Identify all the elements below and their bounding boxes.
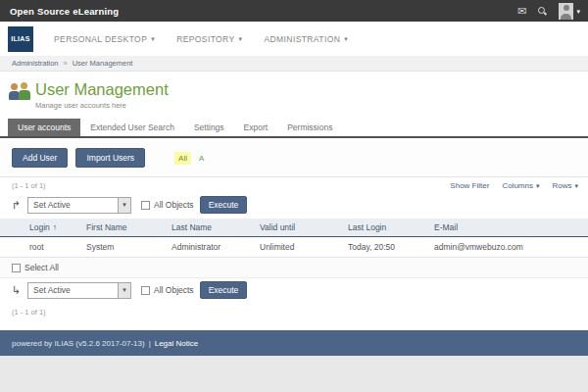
nav-item-label: REPOSITORY [176, 34, 234, 44]
user-table: Login↑ First Name Last Name Valid until … [0, 219, 588, 258]
column-header-first-name[interactable]: First Name [86, 219, 172, 237]
action-select-top[interactable]: Set Active ▼ [27, 197, 131, 214]
cell-email: admin@vmwebuzo.com [434, 237, 588, 258]
cell-first-name: System [86, 237, 172, 258]
cell-valid-until: Unlimited [260, 237, 348, 258]
rows-label: Rows [552, 181, 571, 190]
import-users-button[interactable]: Import Users [75, 148, 145, 168]
column-header-last-name[interactable]: Last Name [172, 219, 260, 237]
column-header-label: Login [29, 222, 50, 232]
breadcrumb: Administration » User Management [0, 56, 588, 72]
nav-item-label: PERSONAL DESKTOP [54, 34, 147, 44]
show-filter-link[interactable]: Show Filter [450, 181, 489, 190]
columns-label: Columns [502, 181, 533, 190]
topbar-actions: ✉ ▾ [517, 3, 580, 20]
select-arrow-button: ▼ [118, 198, 130, 213]
column-header-last-login[interactable]: Last Login [348, 219, 434, 237]
main-navbar: ILIAS PERSONAL DESKTOP ▾ REPOSITORY ▾ AD… [0, 22, 588, 56]
chevron-down-icon: ▾ [536, 182, 540, 189]
tab-bar: User accounts Extended User Search Setti… [0, 119, 588, 138]
breadcrumb-separator: » [64, 59, 68, 68]
action-select-value: Set Active [28, 285, 118, 295]
page-subtitle: Manage user accounts here [35, 101, 588, 110]
ilias-app-window: Open Source eLearning ✉ ▾ ILIAS PERSONAL… [0, 0, 588, 392]
pagination-bottom: (1 - 1 of 1) [12, 308, 46, 317]
content-spacer [0, 319, 588, 330]
apply-to-selection-icon: ↳ [12, 285, 22, 296]
table-actions-bottom: ↳ Set Active ▼ All Objects Execute [0, 278, 588, 304]
mail-icon[interactable]: ✉ [517, 6, 526, 17]
footer-separator: | [149, 339, 151, 348]
cell-last-login: Today, 20:50 [348, 237, 434, 258]
sort-ascending-icon: ↑ [53, 222, 57, 232]
table-meta-bottom: (1 - 1 of 1) [0, 304, 588, 319]
rows-dropdown[interactable]: Rows ▾ [552, 181, 578, 190]
chevron-down-icon: ▾ [576, 8, 580, 15]
users-icon [9, 82, 32, 104]
tab-user-accounts[interactable]: User accounts [8, 119, 80, 136]
select-all-row: Select All [0, 258, 588, 278]
execute-button-bottom[interactable]: Execute [200, 281, 248, 299]
select-arrow-button: ▼ [118, 283, 130, 298]
action-select-value: Set Active [28, 200, 118, 210]
table-actions-top: ↱ Set Active ▼ All Objects Execute [0, 193, 588, 219]
table-row: root System Administrator Unlimited Toda… [0, 237, 588, 258]
all-objects-checkbox-top[interactable] [141, 201, 150, 210]
add-user-button[interactable]: Add User [12, 148, 68, 168]
cell-last-name: Administrator [172, 237, 260, 258]
avatar [559, 3, 573, 20]
cell-login[interactable]: root [0, 237, 86, 258]
apply-to-selection-icon: ↱ [12, 200, 22, 211]
table-meta-top: (1 - 1 of 1) Show Filter Columns ▾ Rows … [0, 177, 588, 193]
breadcrumb-administration[interactable]: Administration [12, 59, 59, 68]
column-header-valid-until[interactable]: Valid until [260, 219, 348, 237]
page-background [0, 356, 588, 392]
footer: powered by ILIAS (v5.2.6 2017-07-13) | L… [0, 330, 588, 356]
chevron-down-icon: ▾ [239, 35, 243, 42]
search-icon[interactable] [537, 6, 548, 17]
nav-item-repository[interactable]: REPOSITORY ▾ [166, 28, 253, 50]
table-view-links: Show Filter Columns ▾ Rows ▾ [450, 181, 578, 190]
tab-export[interactable]: Export [234, 119, 278, 136]
powered-by-text: powered by ILIAS (v5.2.6 2017-07-13) [12, 339, 145, 348]
tab-extended-user-search[interactable]: Extended User Search [80, 119, 184, 136]
letter-filter-a[interactable]: A [199, 154, 204, 163]
site-title: Open Source eLearning [10, 6, 119, 17]
select-all-checkbox[interactable] [12, 264, 21, 272]
top-bar: Open Source eLearning ✉ ▾ [0, 0, 588, 22]
toolbar: Add User Import Users All A [0, 138, 588, 177]
all-objects-checkbox-bottom[interactable] [141, 286, 150, 295]
all-objects-label-bottom: All Objects [154, 285, 194, 295]
execute-button-top[interactable]: Execute [200, 196, 248, 214]
all-objects-label-top: All Objects [154, 200, 194, 210]
action-select-bottom[interactable]: Set Active ▼ [27, 282, 131, 299]
legal-notice-link[interactable]: Legal Notice [155, 339, 198, 348]
nav-items: PERSONAL DESKTOP ▾ REPOSITORY ▾ ADMINIST… [43, 28, 359, 50]
column-header-login[interactable]: Login↑ [0, 219, 86, 237]
columns-dropdown[interactable]: Columns ▾ [502, 181, 539, 190]
nav-item-personal-desktop[interactable]: PERSONAL DESKTOP ▾ [43, 28, 166, 50]
user-menu[interactable]: ▾ [559, 3, 580, 20]
chevron-down-icon: ▾ [344, 35, 348, 42]
tab-settings[interactable]: Settings [184, 119, 234, 136]
nav-item-administration[interactable]: ADMINISTRATION ▾ [254, 28, 360, 50]
pagination-top: (1 - 1 of 1) [12, 181, 46, 190]
column-header-email[interactable]: E-Mail [434, 219, 588, 237]
tab-permissions[interactable]: Permissions [277, 119, 342, 136]
chevron-down-icon: ▾ [151, 35, 155, 42]
letter-filter-all[interactable]: All [174, 152, 191, 165]
page-header: User Management Manage user accounts her… [0, 72, 588, 115]
breadcrumb-user-management[interactable]: User Management [73, 59, 133, 68]
chevron-down-icon: ▾ [574, 182, 578, 189]
ilias-logo[interactable]: ILIAS [8, 26, 33, 52]
letter-filter: All A [174, 152, 204, 165]
select-all-label: Select All [24, 263, 59, 272]
page-title: User Management [35, 80, 588, 99]
table-header-row: Login↑ First Name Last Name Valid until … [0, 219, 588, 237]
nav-item-label: ADMINISTRATION [265, 34, 341, 44]
